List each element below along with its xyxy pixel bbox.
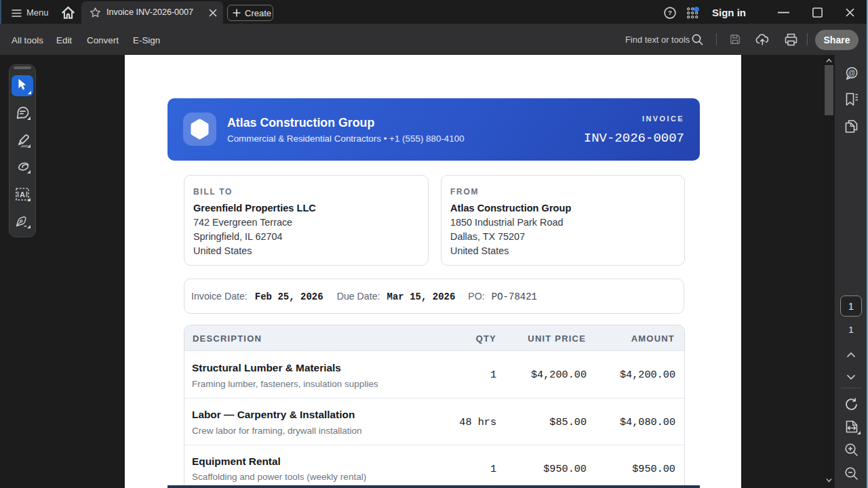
svg-text:@: @ <box>848 68 856 77</box>
svg-text:A: A <box>20 190 25 199</box>
svg-text:?: ? <box>668 9 672 16</box>
